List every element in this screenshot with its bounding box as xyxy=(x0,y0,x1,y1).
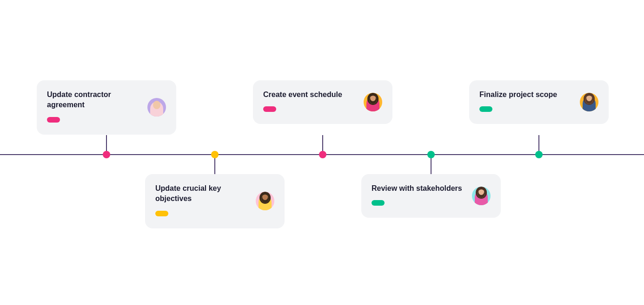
avatar xyxy=(472,187,491,205)
avatar xyxy=(256,192,274,210)
timeline-node[interactable] xyxy=(427,151,435,158)
avatar xyxy=(364,93,382,111)
task-card-create-event-schedule[interactable]: Create event schedule xyxy=(253,80,392,124)
task-card-finalize-project-scope[interactable]: Finalize project scope xyxy=(469,80,609,124)
status-pill xyxy=(155,211,168,216)
status-pill xyxy=(47,117,60,123)
avatar xyxy=(580,93,598,111)
task-card-update-crucial-key-objectives[interactable]: Update crucial key objectives xyxy=(145,174,285,228)
status-pill xyxy=(372,200,385,206)
task-card-update-contractor-agreement[interactable]: Update contractor agreement xyxy=(37,80,176,135)
timeline-node[interactable] xyxy=(319,151,326,158)
status-pill xyxy=(263,106,276,112)
timeline-node[interactable] xyxy=(535,151,543,158)
avatar xyxy=(147,98,166,117)
timeline-node[interactable] xyxy=(103,151,110,158)
timeline-node[interactable] xyxy=(211,151,219,158)
task-card-review-with-stakeholders[interactable]: Review with stakeholders xyxy=(361,174,501,218)
status-pill xyxy=(479,106,492,112)
